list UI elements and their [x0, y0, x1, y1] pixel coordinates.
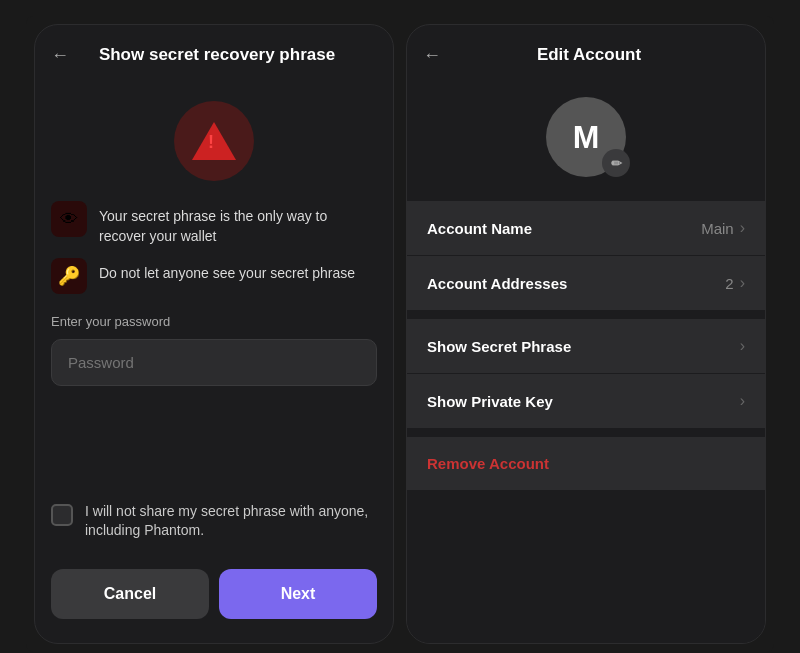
- checkbox-area: I will not share my secret phrase with a…: [35, 482, 393, 557]
- show-private-key-right: ›: [740, 392, 745, 410]
- account-addresses-label: Account Addresses: [427, 275, 567, 292]
- show-secret-phrase-right: ›: [740, 337, 745, 355]
- menu-item-remove-account[interactable]: Remove Account: [407, 437, 765, 491]
- outer-wrapper: ← Show secret recovery phrase 👁 Your sec…: [26, 16, 774, 652]
- menu-item-account-name[interactable]: Account Name Main ›: [407, 201, 765, 256]
- left-header: ← Show secret recovery phrase: [35, 25, 393, 77]
- left-panel: ← Show secret recovery phrase 👁 Your sec…: [34, 24, 394, 644]
- account-name-value: Main: [701, 220, 734, 237]
- key-icon: 🔑: [51, 258, 87, 294]
- info-row-1: 👁 Your secret phrase is the only way to …: [51, 201, 377, 246]
- avatar-edit-button[interactable]: ✏: [602, 149, 630, 177]
- bottom-buttons: Cancel Next: [35, 557, 393, 643]
- avatar-letter: M: [573, 119, 600, 156]
- info-row-2: 🔑 Do not let anyone see your secret phra…: [51, 258, 377, 294]
- info-text-1: Your secret phrase is the only way to re…: [99, 201, 377, 246]
- chevron-icon-2: ›: [740, 274, 745, 292]
- right-panel: ← Edit Account M ✏ Account Name Main › A…: [406, 24, 766, 644]
- account-name-right: Main ›: [701, 219, 745, 237]
- info-rows: 👁 Your secret phrase is the only way to …: [35, 201, 393, 294]
- account-addresses-right: 2 ›: [725, 274, 745, 292]
- left-panel-title: Show secret recovery phrase: [81, 45, 377, 65]
- show-private-key-label: Show Private Key: [427, 393, 553, 410]
- avatar-area: M ✏: [407, 77, 765, 201]
- chevron-icon-1: ›: [740, 219, 745, 237]
- right-panel-title: Edit Account: [453, 45, 749, 65]
- remove-account-label: Remove Account: [427, 455, 549, 472]
- warning-triangle-icon: [192, 122, 236, 160]
- next-button[interactable]: Next: [219, 569, 377, 619]
- show-secret-phrase-label: Show Secret Phrase: [427, 338, 571, 355]
- avatar: M ✏: [546, 97, 626, 177]
- account-name-label: Account Name: [427, 220, 532, 237]
- right-back-button[interactable]: ←: [423, 46, 441, 64]
- chevron-icon-4: ›: [740, 392, 745, 410]
- agree-checkbox[interactable]: [51, 504, 73, 526]
- right-header: ← Edit Account: [407, 25, 765, 77]
- menu-divider-2: [407, 429, 765, 437]
- pencil-icon: ✏: [611, 156, 622, 171]
- menu-item-account-addresses[interactable]: Account Addresses 2 ›: [407, 256, 765, 311]
- menu-item-show-private-key[interactable]: Show Private Key ›: [407, 374, 765, 429]
- warning-icon-area: [35, 77, 393, 201]
- left-back-button[interactable]: ←: [51, 46, 69, 64]
- cancel-button[interactable]: Cancel: [51, 569, 209, 619]
- menu-item-show-secret-phrase[interactable]: Show Secret Phrase ›: [407, 319, 765, 374]
- checkbox-label: I will not share my secret phrase with a…: [85, 502, 377, 541]
- info-text-2: Do not let anyone see your secret phrase: [99, 258, 377, 284]
- menu-divider-1: [407, 311, 765, 319]
- right-spacer: [407, 491, 765, 643]
- password-input[interactable]: [51, 339, 377, 386]
- chevron-icon-3: ›: [740, 337, 745, 355]
- menu-list: Account Name Main › Account Addresses 2 …: [407, 201, 765, 491]
- password-section: Enter your password: [35, 314, 393, 482]
- account-addresses-value: 2: [725, 275, 733, 292]
- password-label: Enter your password: [51, 314, 377, 329]
- eye-icon: 👁: [51, 201, 87, 237]
- warning-circle: [174, 101, 254, 181]
